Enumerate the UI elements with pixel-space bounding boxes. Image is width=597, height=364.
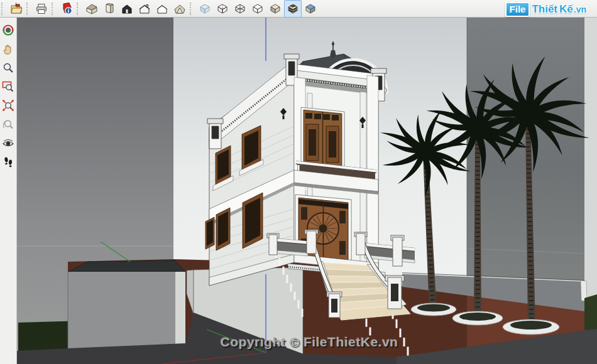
grass-right: [584, 294, 597, 333]
zoom-window-icon: [2, 80, 14, 93]
view-back-button[interactable]: [153, 0, 171, 18]
view-iso-button[interactable]: [83, 0, 101, 18]
zoom-button[interactable]: [0, 60, 16, 76]
logo-word-vn: .vn: [574, 4, 586, 14]
monochrome-button[interactable]: [302, 0, 319, 18]
toolbar-grip: [26, 3, 31, 15]
view-right-button[interactable]: [136, 0, 153, 18]
xray-box-icon: [199, 3, 211, 15]
logo-word-thiet: Thiết: [532, 3, 557, 16]
shaded-button[interactable]: [266, 0, 284, 18]
right-house-icon: [138, 3, 151, 15]
hidden-line-button[interactable]: [249, 0, 266, 18]
toolbar-grip: [1, 3, 6, 15]
walk-button[interactable]: [0, 154, 16, 170]
zoom-previous-icon: [2, 118, 14, 131]
logo-file-badge: File: [505, 2, 530, 17]
view-left-button[interactable]: [171, 0, 189, 18]
open-button[interactable]: [8, 0, 25, 18]
toolbar-grip: [190, 3, 194, 15]
hidden-line-box-icon: [251, 3, 264, 15]
wireframe-box-icon: [234, 3, 246, 15]
xray-button[interactable]: [196, 0, 214, 18]
print-button[interactable]: [33, 0, 50, 18]
open-folder-icon: [10, 3, 23, 15]
monochrome-box-icon: [304, 3, 317, 15]
top-box-icon: [103, 3, 116, 15]
application-window: Copyright © FileThietKe.vn File Thiết Kế…: [0, 0, 597, 364]
shaded-with-textures-button[interactable]: [284, 0, 302, 18]
back-house-icon: [156, 3, 168, 15]
look-around-eye-icon: [2, 137, 14, 149]
back-edges-box-icon: [216, 3, 229, 15]
back-edges-button[interactable]: [214, 0, 231, 18]
model-info-button[interactable]: [58, 0, 75, 18]
print-icon: [35, 3, 48, 15]
shaded-box-icon: [269, 3, 282, 15]
view-front-button[interactable]: [118, 0, 136, 18]
left-house-icon: [173, 3, 186, 15]
toolbar-grip: [52, 3, 56, 15]
pan-hand-icon: [2, 43, 14, 55]
model-viewport[interactable]: Copyright © FileThietKe.vn: [17, 18, 597, 364]
block-wall: [68, 260, 185, 350]
walk-feet-icon: [2, 156, 14, 168]
logo-word-ke: Kế: [559, 3, 573, 16]
site-logo: File Thiết Kế .vn: [505, 2, 588, 17]
scene-canvas[interactable]: [17, 18, 597, 364]
toolbar-grip: [77, 3, 81, 15]
textured-box-icon: [287, 3, 299, 15]
zoom-extents-button[interactable]: [0, 97, 16, 114]
look-around-button[interactable]: [0, 135, 16, 151]
view-top-button[interactable]: [101, 0, 118, 18]
model-info-icon: [60, 3, 73, 15]
zoom-icon: [2, 62, 14, 74]
orbit-icon: [2, 24, 14, 36]
front-house-icon: [121, 3, 133, 15]
orbit-button[interactable]: [0, 22, 16, 38]
pan-button[interactable]: [0, 41, 16, 57]
zoom-extents-icon: [2, 99, 14, 112]
iso-house-icon: [85, 3, 98, 15]
wireframe-button[interactable]: [231, 0, 249, 18]
zoom-previous-button[interactable]: [0, 116, 16, 132]
camera-toolbar: [0, 18, 17, 364]
zoom-window-button[interactable]: [0, 78, 16, 95]
